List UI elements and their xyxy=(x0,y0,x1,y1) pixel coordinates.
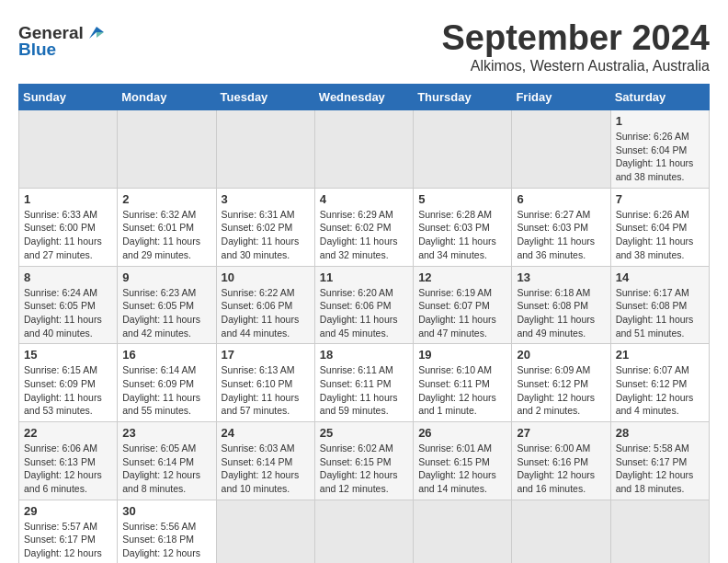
calendar-cell xyxy=(216,110,314,189)
calendar-cell: 2Sunrise: 6:32 AMSunset: 6:01 PMDaylight… xyxy=(118,188,216,266)
calendar-cell xyxy=(216,500,314,563)
calendar-cell: 24Sunrise: 6:03 AMSunset: 6:14 PMDayligh… xyxy=(216,422,314,500)
header-sunday: Sunday xyxy=(19,85,118,110)
calendar-cell: 9Sunrise: 6:23 AMSunset: 6:05 PMDaylight… xyxy=(118,266,216,344)
day-info: Sunrise: 6:15 AMSunset: 6:09 PMDaylight:… xyxy=(24,363,112,418)
calendar-week-2: 1Sunrise: 6:33 AMSunset: 6:00 PMDaylight… xyxy=(19,188,710,266)
day-info: Sunrise: 6:24 AMSunset: 6:05 PMDaylight:… xyxy=(24,286,112,340)
day-number: 12 xyxy=(418,270,506,284)
calendar-week-6: 29Sunrise: 5:57 AMSunset: 6:17 PMDayligh… xyxy=(19,500,710,563)
calendar-cell: 12Sunrise: 6:19 AMSunset: 6:07 PMDayligh… xyxy=(414,266,512,344)
day-info: Sunrise: 5:58 AMSunset: 6:17 PMDaylight:… xyxy=(616,442,704,496)
header-wednesday: Wednesday xyxy=(314,85,413,110)
calendar-cell: 3Sunrise: 6:31 AMSunset: 6:02 PMDaylight… xyxy=(216,188,314,266)
day-info: Sunrise: 5:56 AMSunset: 6:18 PMDaylight:… xyxy=(122,520,210,563)
day-info: Sunrise: 6:03 AMSunset: 6:14 PMDaylight:… xyxy=(222,442,310,496)
day-number: 24 xyxy=(222,426,310,440)
calendar-cell: 29Sunrise: 5:57 AMSunset: 6:17 PMDayligh… xyxy=(19,500,118,563)
calendar-cell xyxy=(610,500,709,563)
day-info: Sunrise: 6:20 AMSunset: 6:06 PMDaylight:… xyxy=(320,286,408,340)
day-info: Sunrise: 5:57 AMSunset: 6:17 PMDaylight:… xyxy=(24,520,112,563)
day-number: 13 xyxy=(517,270,605,284)
calendar-cell xyxy=(414,110,512,189)
header-friday: Friday xyxy=(512,85,610,110)
day-number: 16 xyxy=(122,348,210,362)
day-number: 18 xyxy=(320,348,408,362)
day-info: Sunrise: 6:13 AMSunset: 6:10 PMDaylight:… xyxy=(222,363,310,418)
day-info: Sunrise: 6:26 AMSunset: 6:04 PMDaylight:… xyxy=(616,130,704,184)
calendar-cell: 6Sunrise: 6:27 AMSunset: 6:03 PMDaylight… xyxy=(512,188,610,266)
calendar-cell: 14Sunrise: 6:17 AMSunset: 6:08 PMDayligh… xyxy=(610,266,709,344)
day-number: 15 xyxy=(24,348,112,362)
calendar-cell xyxy=(19,110,118,189)
day-number: 5 xyxy=(418,192,506,206)
day-info: Sunrise: 6:29 AMSunset: 6:02 PMDaylight:… xyxy=(320,208,408,262)
day-number: 23 xyxy=(122,426,210,440)
header-monday: Monday xyxy=(118,85,216,110)
calendar-cell xyxy=(314,110,413,189)
day-info: Sunrise: 6:06 AMSunset: 6:13 PMDaylight:… xyxy=(24,442,112,496)
logo-bird-icon xyxy=(85,25,106,41)
day-info: Sunrise: 6:28 AMSunset: 6:03 PMDaylight:… xyxy=(418,208,506,262)
day-info: Sunrise: 6:32 AMSunset: 6:01 PMDaylight:… xyxy=(122,208,210,262)
day-info: Sunrise: 6:18 AMSunset: 6:08 PMDaylight:… xyxy=(517,286,605,340)
day-number: 14 xyxy=(616,270,704,284)
day-info: Sunrise: 6:09 AMSunset: 6:12 PMDaylight:… xyxy=(517,363,605,418)
calendar-week-4: 15Sunrise: 6:15 AMSunset: 6:09 PMDayligh… xyxy=(19,344,710,422)
calendar-cell: 25Sunrise: 6:02 AMSunset: 6:15 PMDayligh… xyxy=(314,422,413,500)
logo-blue-text: Blue xyxy=(18,40,56,60)
calendar-cell: 1Sunrise: 6:33 AMSunset: 6:00 PMDaylight… xyxy=(19,188,118,266)
day-info: Sunrise: 6:02 AMSunset: 6:15 PMDaylight:… xyxy=(320,442,408,496)
day-info: Sunrise: 6:19 AMSunset: 6:07 PMDaylight:… xyxy=(418,286,506,340)
day-number: 3 xyxy=(222,192,310,206)
calendar-cell xyxy=(118,110,216,189)
calendar-cell: 5Sunrise: 6:28 AMSunset: 6:03 PMDaylight… xyxy=(414,188,512,266)
calendar-cell: 10Sunrise: 6:22 AMSunset: 6:06 PMDayligh… xyxy=(216,266,314,344)
day-number: 1 xyxy=(616,114,704,128)
day-number: 11 xyxy=(320,270,408,284)
day-number: 22 xyxy=(24,426,112,440)
calendar-cell xyxy=(314,500,413,563)
day-info: Sunrise: 6:05 AMSunset: 6:14 PMDaylight:… xyxy=(122,442,210,496)
calendar-cell: 1Sunrise: 6:26 AMSunset: 6:04 PMDaylight… xyxy=(610,110,709,189)
day-info: Sunrise: 6:22 AMSunset: 6:06 PMDaylight:… xyxy=(222,286,310,340)
day-number: 20 xyxy=(517,348,605,362)
day-number: 29 xyxy=(24,504,112,518)
day-number: 28 xyxy=(616,426,704,440)
calendar-cell: 21Sunrise: 6:07 AMSunset: 6:12 PMDayligh… xyxy=(610,344,709,422)
calendar-week-5: 22Sunrise: 6:06 AMSunset: 6:13 PMDayligh… xyxy=(19,422,710,500)
svg-marker-1 xyxy=(97,32,104,38)
day-number: 25 xyxy=(320,426,408,440)
calendar-cell: 28Sunrise: 5:58 AMSunset: 6:17 PMDayligh… xyxy=(610,422,709,500)
day-number: 9 xyxy=(122,270,210,284)
day-number: 21 xyxy=(616,348,704,362)
header-thursday: Thursday xyxy=(414,85,512,110)
calendar-body: 1Sunrise: 6:26 AMSunset: 6:04 PMDaylight… xyxy=(19,110,710,564)
title-block: September 2024 Alkimos, Western Australi… xyxy=(442,18,711,75)
calendar-cell xyxy=(512,500,610,563)
day-number: 30 xyxy=(122,504,210,518)
month-title: September 2024 xyxy=(442,18,711,58)
day-number: 8 xyxy=(24,270,112,284)
day-info: Sunrise: 6:27 AMSunset: 6:03 PMDaylight:… xyxy=(517,208,605,262)
day-info: Sunrise: 6:10 AMSunset: 6:11 PMDaylight:… xyxy=(418,363,506,418)
calendar-week-3: 8Sunrise: 6:24 AMSunset: 6:05 PMDaylight… xyxy=(19,266,710,344)
calendar-cell: 4Sunrise: 6:29 AMSunset: 6:02 PMDaylight… xyxy=(314,188,413,266)
location: Alkimos, Western Australia, Australia xyxy=(442,58,711,75)
calendar-cell: 17Sunrise: 6:13 AMSunset: 6:10 PMDayligh… xyxy=(216,344,314,422)
calendar-cell: 19Sunrise: 6:10 AMSunset: 6:11 PMDayligh… xyxy=(414,344,512,422)
day-info: Sunrise: 6:17 AMSunset: 6:08 PMDaylight:… xyxy=(616,286,704,340)
calendar-cell: 16Sunrise: 6:14 AMSunset: 6:09 PMDayligh… xyxy=(118,344,216,422)
calendar-cell: 30Sunrise: 5:56 AMSunset: 6:18 PMDayligh… xyxy=(118,500,216,563)
calendar-cell: 18Sunrise: 6:11 AMSunset: 6:11 PMDayligh… xyxy=(314,344,413,422)
calendar-cell: 11Sunrise: 6:20 AMSunset: 6:06 PMDayligh… xyxy=(314,266,413,344)
page-header: General Blue September 2024 Alkimos, Wes… xyxy=(18,18,710,75)
day-info: Sunrise: 6:01 AMSunset: 6:15 PMDaylight:… xyxy=(418,442,506,496)
day-info: Sunrise: 6:00 AMSunset: 6:16 PMDaylight:… xyxy=(517,442,605,496)
day-info: Sunrise: 6:23 AMSunset: 6:05 PMDaylight:… xyxy=(122,286,210,340)
calendar-cell: 26Sunrise: 6:01 AMSunset: 6:15 PMDayligh… xyxy=(414,422,512,500)
calendar-table: SundayMondayTuesdayWednesdayThursdayFrid… xyxy=(18,84,710,563)
day-number: 26 xyxy=(418,426,506,440)
day-number: 1 xyxy=(24,192,112,206)
calendar-cell: 15Sunrise: 6:15 AMSunset: 6:09 PMDayligh… xyxy=(19,344,118,422)
